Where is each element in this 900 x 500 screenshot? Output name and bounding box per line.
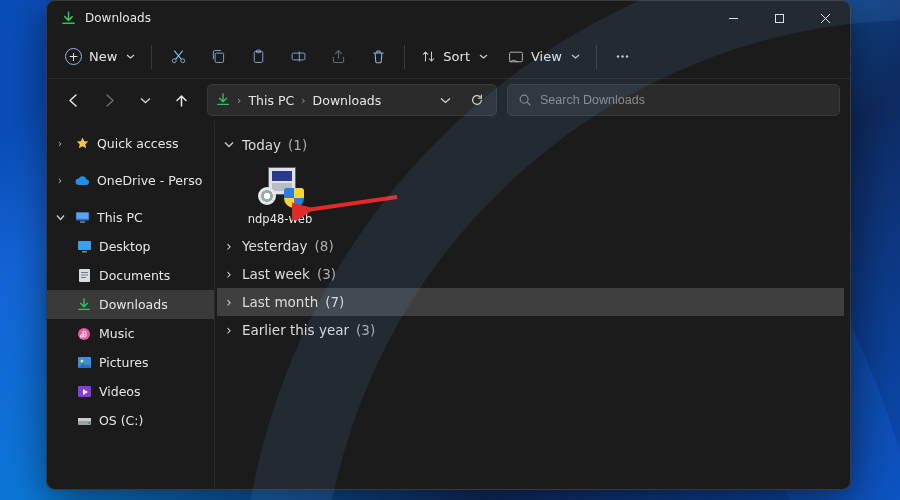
sidebar-item-label: Desktop bbox=[99, 239, 151, 254]
svg-point-23 bbox=[80, 360, 83, 363]
sidebar-item-label: Videos bbox=[99, 384, 141, 399]
group-header-lastmonth[interactable]: › Last month (7) bbox=[217, 288, 844, 316]
group-label: Last week bbox=[242, 266, 310, 282]
sort-button[interactable]: Sort bbox=[411, 40, 498, 74]
group-items-today: ndp48-web bbox=[217, 159, 844, 232]
new-button[interactable]: + New bbox=[55, 40, 145, 74]
monitor-icon bbox=[73, 211, 91, 224]
group-today: Today (1) ndp48-web bbox=[217, 131, 844, 232]
separator bbox=[596, 45, 597, 69]
download-icon bbox=[75, 298, 93, 312]
more-button[interactable] bbox=[603, 40, 643, 74]
copy-button[interactable] bbox=[198, 40, 238, 74]
sidebar-item-this-pc[interactable]: This PC bbox=[47, 203, 214, 232]
sidebar-item-quick-access[interactable]: › Quick access bbox=[47, 129, 214, 158]
chevron-right-icon[interactable]: › bbox=[53, 138, 67, 149]
refresh-button[interactable] bbox=[464, 87, 490, 113]
sidebar-item-label: Downloads bbox=[99, 297, 168, 312]
view-button[interactable]: View bbox=[498, 40, 590, 74]
group-count: (7) bbox=[325, 294, 344, 310]
sort-icon bbox=[421, 49, 436, 64]
svg-rect-7 bbox=[510, 52, 523, 62]
svg-rect-13 bbox=[76, 213, 88, 219]
sidebar-item-onedrive[interactable]: › OneDrive - Perso bbox=[47, 166, 214, 195]
group-label: Last month bbox=[242, 294, 318, 310]
chevron-down-icon[interactable] bbox=[53, 213, 67, 222]
search-box[interactable] bbox=[507, 84, 840, 116]
group-label: Earlier this year bbox=[242, 322, 349, 338]
address-bar[interactable]: › This PC › Downloads bbox=[207, 84, 497, 116]
close-button[interactable] bbox=[802, 1, 848, 35]
group-count: (3) bbox=[317, 266, 336, 282]
svg-point-10 bbox=[626, 55, 628, 57]
back-button[interactable] bbox=[57, 84, 89, 116]
music-icon bbox=[75, 327, 93, 341]
chevron-right-icon: › bbox=[223, 266, 235, 282]
video-icon bbox=[75, 385, 93, 398]
sidebar-item-osc[interactable]: OS (C:) bbox=[47, 406, 214, 435]
chevron-right-icon[interactable]: › bbox=[300, 94, 306, 107]
forward-button[interactable] bbox=[93, 84, 125, 116]
share-button[interactable] bbox=[318, 40, 358, 74]
download-icon bbox=[61, 11, 76, 26]
sidebar-item-desktop[interactable]: Desktop bbox=[47, 232, 214, 261]
search-icon bbox=[518, 93, 532, 107]
more-icon bbox=[614, 48, 631, 65]
file-item[interactable]: ndp48-web bbox=[241, 163, 319, 226]
chevron-right-icon: › bbox=[223, 294, 235, 310]
recent-locations-button[interactable] bbox=[129, 84, 161, 116]
svg-rect-18 bbox=[81, 272, 88, 273]
chevron-down-icon bbox=[223, 140, 235, 150]
group-header-earlier[interactable]: › Earlier this year (3) bbox=[217, 316, 844, 344]
navigation-pane[interactable]: › Quick access › OneDrive - Perso This P… bbox=[47, 121, 215, 489]
search-input[interactable] bbox=[540, 93, 829, 107]
trash-icon bbox=[370, 48, 387, 65]
svg-rect-14 bbox=[80, 221, 85, 223]
cut-button[interactable] bbox=[158, 40, 198, 74]
sidebar-item-videos[interactable]: Videos bbox=[47, 377, 214, 406]
sidebar-item-label: Pictures bbox=[99, 355, 149, 370]
sidebar-item-label: Documents bbox=[99, 268, 170, 283]
picture-icon bbox=[75, 356, 93, 369]
up-button[interactable] bbox=[165, 84, 197, 116]
sidebar-item-music[interactable]: Music bbox=[47, 319, 214, 348]
file-name: ndp48-web bbox=[248, 212, 312, 226]
sidebar-item-pictures[interactable]: Pictures bbox=[47, 348, 214, 377]
document-icon bbox=[75, 268, 93, 283]
group-header-lastweek[interactable]: › Last week (3) bbox=[217, 260, 844, 288]
svg-point-27 bbox=[88, 422, 90, 424]
chevron-right-icon[interactable]: › bbox=[236, 94, 242, 107]
svg-rect-20 bbox=[81, 277, 86, 278]
chevron-right-icon: › bbox=[223, 238, 235, 254]
group-header-yesterday[interactable]: › Yesterday (8) bbox=[217, 232, 844, 260]
breadcrumb-thispc[interactable]: This PC bbox=[248, 93, 294, 108]
window-title: Downloads bbox=[85, 11, 151, 25]
rename-button[interactable] bbox=[278, 40, 318, 74]
delete-button[interactable] bbox=[358, 40, 398, 74]
title-bar[interactable]: Downloads bbox=[47, 1, 850, 35]
breadcrumb-downloads[interactable]: Downloads bbox=[313, 93, 382, 108]
group-count: (3) bbox=[356, 322, 375, 338]
minimize-button[interactable] bbox=[710, 1, 756, 35]
installer-icon bbox=[258, 163, 302, 207]
scissors-icon bbox=[170, 48, 187, 65]
chevron-down-icon bbox=[571, 52, 580, 61]
svg-rect-6 bbox=[292, 53, 305, 60]
svg-rect-3 bbox=[215, 53, 224, 62]
sidebar-item-downloads[interactable]: Downloads bbox=[47, 290, 214, 319]
chevron-down-icon bbox=[126, 52, 135, 61]
paste-button[interactable] bbox=[238, 40, 278, 74]
sidebar-item-label: Music bbox=[99, 326, 135, 341]
file-explorer-window: Downloads + New Sort View bbox=[46, 0, 851, 490]
svg-point-11 bbox=[520, 95, 528, 103]
svg-rect-19 bbox=[81, 275, 88, 276]
navigation-bar: › This PC › Downloads bbox=[47, 79, 850, 121]
address-dropdown-button[interactable] bbox=[432, 87, 458, 113]
maximize-button[interactable] bbox=[756, 1, 802, 35]
nav-buttons bbox=[57, 84, 197, 116]
content-pane[interactable]: Today (1) ndp48-web › Yesterday bbox=[215, 121, 850, 489]
clipboard-icon bbox=[250, 48, 267, 65]
chevron-right-icon[interactable]: › bbox=[53, 175, 67, 186]
sidebar-item-documents[interactable]: Documents bbox=[47, 261, 214, 290]
group-header-today[interactable]: Today (1) bbox=[217, 131, 844, 159]
